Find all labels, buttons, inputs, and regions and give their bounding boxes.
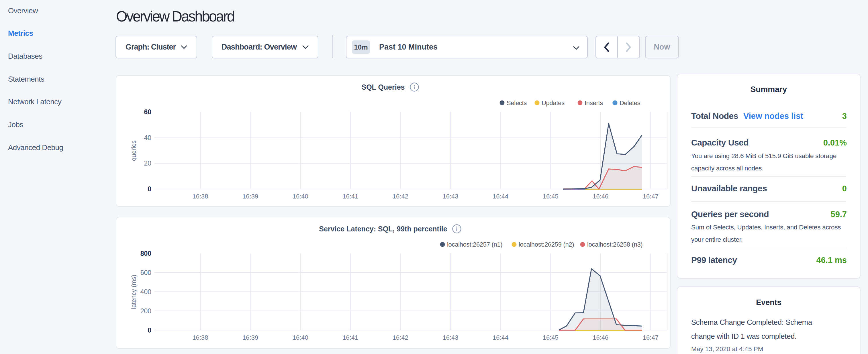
svg-text:16:44: 16:44 (493, 334, 508, 341)
svg-text:Deletes: Deletes (620, 99, 641, 106)
svg-text:queries: queries (130, 140, 137, 161)
svg-text:20: 20 (144, 160, 151, 167)
svg-text:localhost:26258 (n3): localhost:26258 (n3) (587, 241, 643, 248)
svg-text:16:44: 16:44 (493, 193, 508, 200)
svg-text:0: 0 (148, 326, 151, 334)
svg-text:Updates: Updates (541, 99, 564, 106)
svg-text:16:39: 16:39 (242, 193, 258, 200)
svg-text:40: 40 (144, 134, 151, 141)
svg-text:16:45: 16:45 (543, 334, 559, 341)
svg-text:400: 400 (141, 288, 151, 296)
svg-text:16:41: 16:41 (342, 193, 358, 200)
svg-text:Selects: Selects (507, 99, 527, 106)
svg-text:16:43: 16:43 (442, 334, 458, 341)
svg-text:16:47: 16:47 (643, 334, 658, 341)
svg-text:16:40: 16:40 (292, 334, 308, 341)
svg-text:16:47: 16:47 (643, 193, 658, 200)
svg-text:latency (ms): latency (ms) (130, 275, 137, 309)
svg-text:0: 0 (148, 185, 151, 193)
svg-text:60: 60 (144, 108, 151, 116)
svg-text:16:42: 16:42 (393, 193, 408, 200)
svg-text:16:38: 16:38 (192, 334, 208, 341)
svg-text:16:39: 16:39 (242, 334, 258, 341)
svg-text:Inserts: Inserts (585, 99, 603, 106)
svg-text:localhost:26257 (n1): localhost:26257 (n1) (447, 241, 502, 248)
svg-text:600: 600 (141, 269, 151, 277)
svg-text:800: 800 (141, 250, 151, 257)
svg-text:16:46: 16:46 (593, 334, 608, 341)
svg-text:16:46: 16:46 (593, 193, 608, 200)
svg-text:16:40: 16:40 (292, 193, 308, 200)
svg-text:16:42: 16:42 (393, 334, 408, 341)
svg-text:localhost:26259 (n2): localhost:26259 (n2) (519, 241, 574, 248)
svg-text:16:45: 16:45 (543, 193, 559, 200)
svg-text:16:41: 16:41 (342, 334, 358, 341)
svg-text:200: 200 (141, 307, 151, 315)
svg-text:16:43: 16:43 (442, 193, 458, 200)
svg-text:16:38: 16:38 (192, 193, 208, 200)
